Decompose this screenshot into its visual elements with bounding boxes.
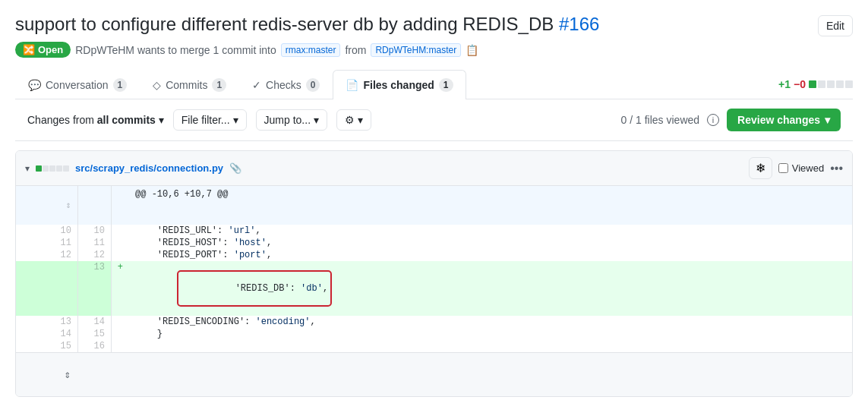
head-branch-link[interactable]: RDpWTeHM:master: [371, 43, 461, 57]
jump-to-label: Jump to...: [264, 114, 311, 126]
old-line-num: 12: [16, 249, 77, 261]
commits-icon: ◇: [153, 79, 161, 91]
diff-table: ⇕ @@ -10,6 +10,7 @@ 10 10 'REDIS_URL': '…: [16, 186, 852, 396]
diff-file: ▾ src/scrapy_redis/connection.py 📎 ❄ Vie…: [15, 150, 853, 397]
diff-file-header: ▾ src/scrapy_redis/connection.py 📎 ❄ Vie…: [16, 151, 852, 186]
edit-button[interactable]: Edit: [818, 15, 853, 36]
expand-all-icon[interactable]: ⇕: [65, 369, 71, 381]
snowflake-button[interactable]: ❄: [749, 157, 772, 179]
from-text: from: [345, 44, 366, 56]
hunk-plus-col: [111, 186, 129, 225]
pr-number: #166: [559, 14, 599, 34]
line-type: [111, 249, 129, 261]
tab-checks[interactable]: ✓ Checks 0: [239, 70, 333, 99]
old-line-num: 14: [16, 328, 77, 340]
table-row-added: 13 + 'REDIS_DB': 'db',: [16, 261, 852, 316]
pr-header: support to configure different redis-ser…: [15, 12, 853, 58]
code-line-added: 'REDIS_DB': 'db',: [129, 261, 852, 316]
code-line: 'REDIS_ENCODING': 'encoding',: [129, 316, 852, 328]
expand-up-icon[interactable]: ⇕: [66, 200, 71, 211]
meta-text: RDpWTeHM wants to merge 1 commit into: [75, 44, 276, 56]
code-line: 'REDIS_HOST': 'host',: [129, 237, 852, 249]
files-viewed-label: 0 / 1 files viewed: [621, 114, 700, 126]
tab-commits-count: 1: [212, 78, 226, 92]
tab-files-label: Files changed: [363, 79, 434, 91]
line-type: [111, 237, 129, 249]
file-filter-label: File filter...: [181, 114, 230, 126]
line-type: [111, 328, 129, 340]
tab-files-count: 1: [439, 78, 453, 92]
old-line-num: 11: [16, 237, 77, 249]
toolbar-right: 0 / 1 files viewed i Review changes ▾: [621, 109, 841, 131]
code-line: 'REDIS_URL': 'url',: [129, 225, 852, 237]
stat-add: +1: [778, 78, 791, 90]
table-row: 14 15 }: [16, 328, 852, 340]
file-clip-icon[interactable]: 📎: [229, 162, 241, 174]
viewed-label: Viewed: [792, 162, 824, 174]
viewed-input[interactable]: [778, 163, 788, 173]
chevron-down-icon-2: ▾: [314, 114, 319, 126]
chevron-down-icon: ▾: [233, 114, 238, 126]
line-type: [111, 225, 129, 237]
file-filter-button[interactable]: File filter... ▾: [173, 109, 247, 131]
stat-blocks: [809, 80, 853, 88]
info-icon[interactable]: i: [707, 114, 719, 126]
old-line-num-empty: [16, 261, 77, 316]
chevron-down-icon-3: ▾: [358, 114, 363, 126]
conversation-icon: 💬: [28, 79, 41, 91]
gear-button[interactable]: ⚙ ▾: [336, 109, 371, 131]
tab-commits-label: Commits: [166, 79, 207, 91]
new-line-num: 12: [77, 249, 111, 261]
jump-to-button[interactable]: Jump to... ▾: [256, 109, 327, 131]
status-badge: 🔀 Open: [15, 42, 71, 58]
tab-commits[interactable]: ◇ Commits 1: [140, 70, 239, 99]
tabs-bar: 💬 Conversation 1 ◇ Commits 1 ✓ Checks 0 …: [15, 70, 853, 99]
table-row: 11 11 'REDIS_HOST': 'host',: [16, 237, 852, 249]
code-line: 'REDIS_PORT': 'port',: [129, 249, 852, 261]
base-branch-link[interactable]: rmax:master: [281, 43, 341, 57]
code-line: [129, 340, 852, 353]
pr-title: support to configure different redis-ser…: [15, 12, 599, 36]
tab-checks-label: Checks: [266, 79, 301, 91]
hunk-header-row: ⇕ @@ -10,6 +10,7 @@: [16, 186, 852, 225]
new-line-num: 16: [77, 340, 111, 353]
line-type: [111, 316, 129, 328]
tab-checks-count: 0: [306, 78, 320, 92]
line-type-plus: +: [111, 261, 129, 316]
table-row: 15 16: [16, 340, 852, 353]
tab-conversation-label: Conversation: [46, 79, 109, 91]
review-changes-button[interactable]: Review changes ▾: [727, 109, 841, 131]
stat-del: −0: [794, 78, 806, 90]
review-changes-label: Review changes: [737, 114, 820, 126]
gear-icon: ⚙: [345, 114, 355, 126]
old-line-num: 13: [16, 316, 77, 328]
tab-files-changed[interactable]: 📄 Files changed 1: [333, 70, 466, 99]
file-header-right: ❄ Viewed •••: [749, 157, 843, 179]
diff-stats-header: +1 −0: [778, 70, 853, 99]
new-line-num: 14: [77, 316, 111, 328]
checks-icon: ✓: [252, 79, 261, 91]
new-line-num: 10: [77, 225, 111, 237]
old-line-num: 15: [16, 340, 77, 353]
pr-meta: 🔀 Open RDpWTeHM wants to merge 1 commit …: [15, 42, 853, 58]
code-line: }: [129, 328, 852, 340]
new-line-num-added: 13: [77, 261, 111, 316]
hunk-header-text: @@ -10,6 +10,7 @@: [129, 186, 852, 225]
file-color-blocks: [36, 165, 69, 172]
file-header-left: ▾ src/scrapy_redis/connection.py 📎: [25, 162, 743, 174]
changes-label: Changes from all commits ▾: [27, 114, 164, 126]
file-path-link[interactable]: src/scrapy_redis/connection.py: [75, 162, 223, 174]
tab-conversation[interactable]: 💬 Conversation 1: [15, 70, 140, 99]
viewed-checkbox[interactable]: Viewed: [778, 162, 824, 174]
files-icon: 📄: [346, 79, 358, 91]
more-options-button[interactable]: •••: [830, 162, 843, 175]
expand-icon[interactable]: ▾: [25, 163, 30, 174]
merge-icon: 🔀: [23, 44, 35, 55]
hunk-old-num: ⇕: [16, 186, 77, 225]
toolbar-left: Changes from all commits ▾ File filter..…: [27, 109, 371, 131]
chevron-down-icon-4: ▾: [825, 114, 830, 126]
old-line-num: 10: [16, 225, 77, 237]
table-row: 13 14 'REDIS_ENCODING': 'encoding',: [16, 316, 852, 328]
expand-row-bottom: ⇕: [16, 353, 852, 397]
copy-icon[interactable]: 📋: [466, 44, 478, 56]
